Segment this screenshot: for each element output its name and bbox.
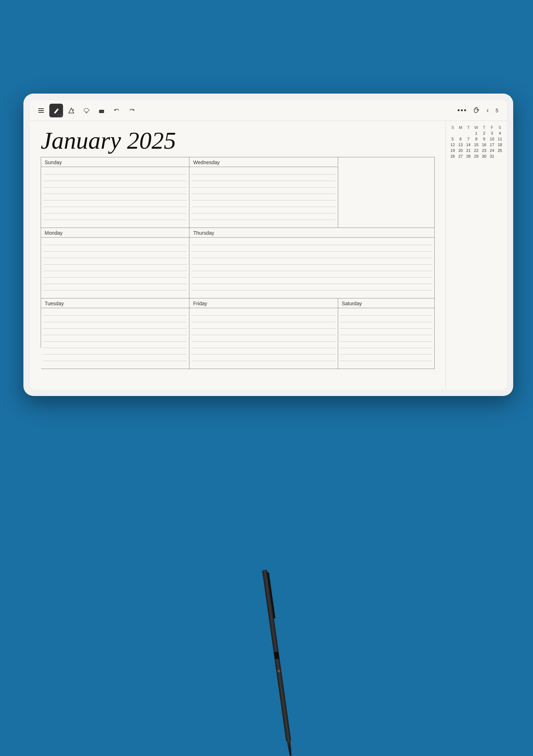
mini-calendar: S M T W T F S 1234 [445,121,507,390]
friday-label: Friday [189,298,337,308]
cal-week-2: 567891011 [449,136,504,142]
list-icon[interactable] [34,104,48,117]
cal-day-t1: T [465,125,472,130]
top-right-cell [338,157,435,228]
saturday-label: Saturday [338,298,434,308]
svg-point-5 [86,112,87,113]
cal-day-t2: T [480,125,488,130]
cal-day-s2: S [496,125,504,130]
hand-cursor-icon[interactable] [470,104,484,117]
svg-rect-0 [38,108,44,109]
lasso-tool-icon[interactable] [80,104,93,117]
svg-point-4 [84,108,89,112]
cal-week-1: 1234 [449,130,504,136]
eraser-icon[interactable] [95,104,108,117]
thursday-cell: Thursday [189,228,435,298]
pen-tool-icon[interactable]: 0.38 [49,104,63,117]
month-title: January 2025 [41,128,435,153]
cal-day-m: M [457,125,465,130]
cal-day-s1: S [449,125,457,130]
thursday-label: Thursday [189,228,434,238]
svg-point-3 [72,109,74,111]
page-number: 5 [492,108,502,113]
undo-icon[interactable] [110,104,124,117]
cal-week-3: 12131415161718 [449,142,504,148]
tuesday-label: Tuesday [41,298,189,308]
tuesday-cell: Tuesday [41,298,189,369]
sunday-cell: Sunday [41,157,189,228]
friday-cell: Friday [189,298,338,369]
more-options-icon[interactable]: ••• [457,106,467,114]
content-area: January 2025 Sunday [30,121,507,390]
monday-cell: Monday [41,228,189,298]
wednesday-label: Wednesday [189,157,337,167]
cal-day-w: W [472,125,480,130]
planner-page: January 2025 Sunday [30,121,445,390]
cal-week-5: 262728293031 [449,153,504,159]
cal-day-f: F [488,125,496,130]
sunday-label: Sunday [41,157,189,167]
saturday-cell: Saturday [338,298,435,369]
prev-page-button[interactable]: ‹ [487,107,489,114]
svg-rect-1 [38,110,44,111]
toolbar: 0.38 [30,100,507,121]
redo-icon[interactable] [125,104,139,117]
shape-tool-icon[interactable] [64,104,78,117]
screen: 0.38 [30,100,507,390]
svg-rect-2 [38,112,44,113]
wednesday-cell: Wednesday [189,157,338,228]
stylus-pen [259,569,299,756]
cal-week-4: 19202122232425 [449,148,504,153]
monday-label: Monday [41,228,189,238]
pen-size-badge: 0.38 [57,114,62,117]
device-frame: 0.38 [23,94,513,396]
